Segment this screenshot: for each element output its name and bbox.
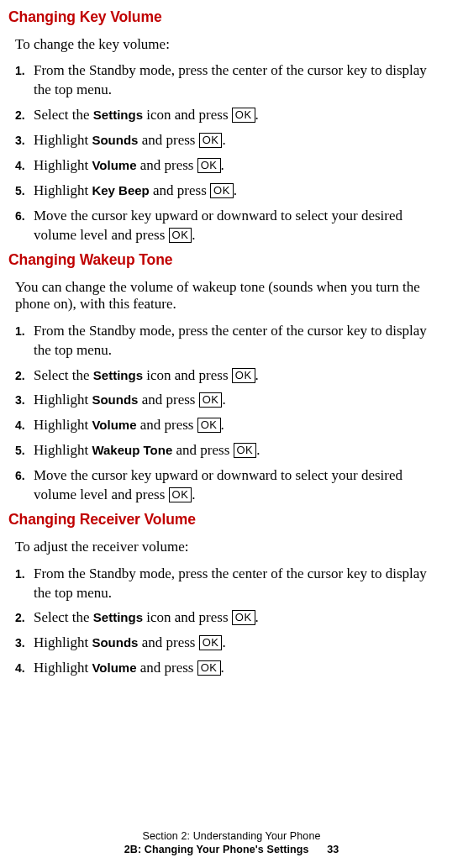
ui-term: Settings	[93, 610, 143, 624]
step-number: 4.	[15, 418, 25, 434]
step-list: 1.From the Standby mode, press the cente…	[15, 61, 446, 245]
ui-term: Volume	[92, 158, 136, 172]
ok-key-icon: OK	[232, 368, 255, 383]
step-number: 1.	[15, 566, 25, 582]
step-number: 3.	[15, 133, 25, 149]
step-number: 5.	[15, 443, 25, 459]
step-number: 6.	[15, 468, 25, 484]
step-number: 2.	[15, 108, 25, 124]
step-number: 4.	[15, 158, 25, 174]
step-number: 6.	[15, 208, 25, 224]
step-item: 3.Highlight Sounds and press OK.	[15, 634, 446, 653]
step-item: 5.Highlight Wakeup Tone and press OK.	[15, 441, 446, 460]
page-footer: Section 2: Understanding Your Phone 2B: …	[0, 829, 463, 857]
ok-key-icon: OK	[210, 183, 234, 198]
step-number: 4.	[15, 660, 25, 676]
step-item: 4.Highlight Volume and press OK.	[15, 156, 446, 176]
ok-key-icon: OK	[197, 660, 221, 676]
footer-section-line: Section 2: Understanding Your Phone	[0, 829, 463, 843]
step-number: 1.	[15, 63, 25, 79]
ui-term: Volume	[92, 660, 136, 675]
section-intro: To adjust the receiver volume:	[15, 539, 446, 555]
step-item: 2.Select the Settings icon and press OK.	[15, 366, 446, 386]
step-item: 5.Highlight Key Beep and press OK.	[15, 181, 446, 201]
ok-key-icon: OK	[199, 133, 223, 148]
step-number: 2.	[15, 610, 25, 626]
ui-term: Sounds	[92, 392, 138, 407]
step-list: 1.From the Standby mode, press the cente…	[15, 322, 446, 506]
page-number: 33	[327, 844, 339, 855]
step-item: 2.Select the Settings icon and press OK.	[15, 608, 446, 628]
ui-term: Sounds	[92, 133, 138, 147]
ok-key-icon: OK	[169, 487, 192, 502]
ok-key-icon: OK	[199, 635, 223, 650]
ok-key-icon: OK	[199, 392, 223, 408]
step-number: 5.	[15, 183, 25, 199]
ok-key-icon: OK	[232, 610, 255, 625]
ok-key-icon: OK	[232, 108, 255, 123]
step-item: 3.Highlight Sounds and press OK.	[15, 131, 446, 150]
step-item: 4.Highlight Volume and press OK.	[15, 659, 446, 678]
step-item: 6.Move the cursor key upward or downward…	[15, 466, 446, 505]
page-content: Changing Key VolumeTo change the key vol…	[0, 0, 463, 692]
ok-key-icon: OK	[169, 228, 192, 243]
step-item: 2.Select the Settings icon and press OK.	[15, 106, 446, 125]
step-item: 1.From the Standby mode, press the cente…	[15, 565, 446, 603]
step-number: 2.	[15, 368, 25, 384]
step-number: 3.	[15, 635, 25, 651]
ui-term: Sounds	[92, 635, 138, 650]
step-item: 1.From the Standby mode, press the cente…	[15, 61, 446, 100]
ok-key-icon: OK	[234, 443, 257, 458]
section-heading: Changing Wakeup Tone	[8, 251, 446, 269]
section-intro: You can change the volume of wakeup tone…	[15, 279, 446, 313]
ui-term: Volume	[92, 418, 136, 432]
section-heading: Changing Receiver Volume	[8, 511, 446, 529]
step-item: 3.Highlight Sounds and press OK.	[15, 391, 446, 410]
step-number: 1.	[15, 324, 25, 339]
section-intro: To change the key volume:	[15, 36, 446, 53]
step-item: 1.From the Standby mode, press the cente…	[15, 322, 446, 360]
step-item: 6.Move the cursor key upward or downward…	[15, 207, 446, 245]
footer-subsection-line: 2B: Changing Your Phone's Settings	[124, 844, 309, 855]
section-heading: Changing Key Volume	[8, 8, 446, 26]
step-item: 4.Highlight Volume and press OK.	[15, 416, 446, 435]
ok-key-icon: OK	[197, 158, 221, 173]
ui-term: Settings	[93, 368, 143, 382]
step-list: 1.From the Standby mode, press the cente…	[15, 565, 446, 679]
ui-term: Settings	[93, 108, 143, 122]
ui-term: Wakeup Tone	[92, 443, 172, 457]
ui-term: Key Beep	[92, 183, 149, 197]
ok-key-icon: OK	[197, 418, 221, 433]
step-number: 3.	[15, 392, 25, 408]
